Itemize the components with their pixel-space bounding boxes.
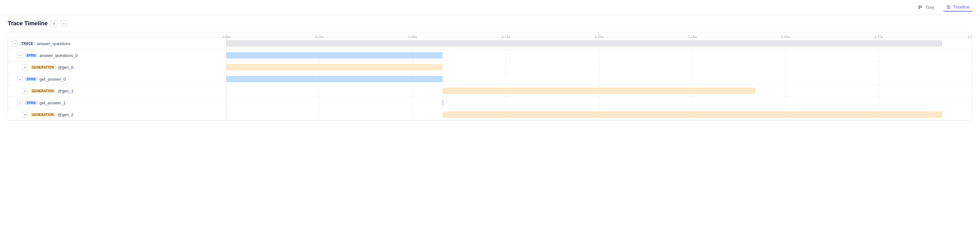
timeline-area: 0.00s0.25s0.50s0.75s1.00s1.25s1.50s1.75s… [8,32,972,120]
row-bar-col [226,38,972,49]
grid-line [226,85,227,97]
bar-span [226,76,442,82]
grid-line [972,97,972,108]
row-bar-col [226,73,972,85]
timeline-row: −TRACEanswer_questions [8,38,972,50]
grid-line [879,97,879,108]
timeline-row: −SPANanswer_questions_0 [8,50,972,62]
row-bar-col [226,85,972,97]
tree-view-button[interactable]: Tree [916,3,937,11]
grid-line [879,73,879,85]
timeline-icon [946,5,951,10]
grid-line [506,73,506,85]
timeline-view-button[interactable]: Timeline [943,3,972,11]
row-badge: SPAN [25,77,38,81]
grid-line [972,85,972,97]
grid-line [786,62,786,73]
bar-generation [226,64,442,70]
grid-line [599,62,600,73]
row-name-label: answer_questions [37,41,70,46]
row-bar-col [226,62,972,73]
view-toggle: Tree Timeline [916,3,972,11]
trace-header: Trace Timeline + − [8,20,972,27]
expand-row-button[interactable]: + [22,112,28,117]
grid-line [506,50,506,61]
row-label-col: −TRACEanswer_questions [8,39,226,48]
timeline-row: +GENERATION@gen_0 [8,62,972,73]
collapse-row-button[interactable]: − [17,76,23,82]
grid-line [972,62,972,73]
collapse-all-button[interactable]: − [60,21,67,27]
collapse-row-button[interactable]: − [12,41,18,46]
grid-line [972,109,972,120]
row-badge: SPAN [25,54,38,58]
timeline-label: Timeline [953,5,970,10]
bar-line [442,100,443,106]
grid-line [506,97,506,108]
row-label-col: +GENERATION@gen_1 [8,86,226,96]
bar-generation [442,88,756,94]
row-name-label: get_answer_0 [40,77,66,82]
grid-line [599,50,600,61]
svg-rect-13 [947,8,949,9]
grid-line [786,73,786,85]
timeline-header: 0.00s0.25s0.50s0.75s1.00s1.25s1.50s1.75s… [8,32,972,38]
timeline-row: −SPANget_answer_1 [8,97,972,109]
timeline-row: −SPANget_answer_0 [8,73,972,85]
timeline-rows: −TRACEanswer_questions−SPANanswer_questi… [8,38,972,120]
row-name-label: get_answer_1 [40,100,66,105]
collapse-row-button[interactable]: − [17,100,23,106]
main-container: Trace Timeline + − 0.00s0.25s0.50s0.75s1… [0,15,980,126]
row-label-col: +GENERATION@gen_2 [8,110,226,119]
row-name-label: @gen_0 [58,65,73,70]
grid-line [972,73,972,85]
grid-line [879,50,879,61]
row-badge: TRACE [19,41,35,46]
row-bar-col [226,50,972,61]
row-name-label: answer_questions_0 [40,53,78,58]
grid-line [972,50,972,61]
collapse-row-button[interactable]: − [17,52,23,58]
grid-line [786,50,786,61]
row-badge: SPAN [25,101,38,105]
row-name-label: @gen_1 [58,89,73,94]
label-col-header [8,32,226,38]
row-name-label: @gen_2 [58,113,73,117]
grid-line [972,38,972,49]
grid-line [413,97,413,108]
time-axis: 0.00s0.25s0.50s0.75s1.00s1.25s1.50s1.75s… [226,32,972,38]
grid-line [599,73,600,85]
grid-line [879,85,879,97]
row-badge: GENERATION [30,65,56,70]
tree-label: Tree [925,5,934,10]
bar-span [226,52,442,59]
top-bar: Tree Timeline [0,0,980,15]
grid-line [879,62,879,73]
grid-line [320,97,320,108]
row-badge: GENERATION [30,89,56,93]
grid-line [320,109,320,120]
row-label-col: +GENERATION@gen_0 [8,62,226,72]
page-title: Trace Timeline [8,20,48,27]
grid-line [413,85,413,97]
expand-all-button[interactable]: + [51,21,57,27]
bar-trace [226,40,942,47]
row-badge: GENERATION [30,113,56,117]
grid-line [226,109,227,120]
row-bar-col [226,97,972,108]
expand-row-button[interactable]: + [22,88,28,94]
bar-generation [442,111,942,118]
grid-line [786,97,786,108]
row-label-col: −SPANget_answer_1 [8,98,226,108]
row-label-col: −SPANanswer_questions_0 [8,51,226,60]
grid-line [413,109,413,120]
timeline-row: +GENERATION@gen_1 [8,85,972,97]
grid-line [320,85,320,97]
expand-row-button[interactable]: + [22,64,28,70]
svg-rect-11 [947,5,948,6]
grid-line [599,97,600,108]
grid-line [226,97,227,108]
timeline-row: +GENERATION@gen_2 [8,109,972,120]
svg-rect-12 [948,7,950,7]
grid-line [786,85,786,97]
